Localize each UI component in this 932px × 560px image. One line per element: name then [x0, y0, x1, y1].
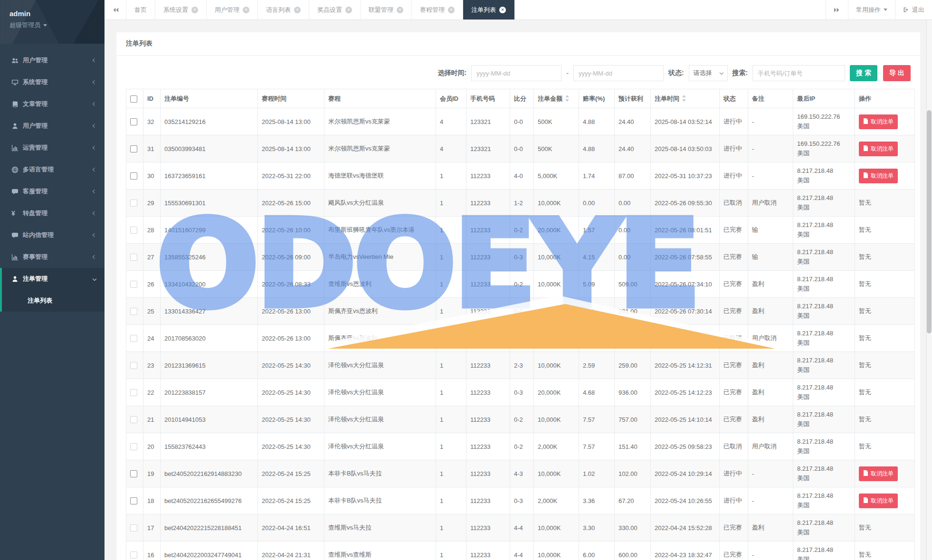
cell-id: 32: [143, 108, 161, 135]
cell-ip: 8.217.218.48美国: [793, 162, 855, 190]
row-checkbox[interactable]: [130, 281, 137, 288]
cell-remark: 盈利: [748, 379, 793, 406]
cell-id: 29: [143, 190, 161, 217]
cell-member-id: 1: [436, 460, 466, 487]
row-checkbox[interactable]: [130, 199, 137, 207]
sidebar-item-5[interactable]: 多语言管理: [0, 159, 105, 180]
cancel-order-button[interactable]: 取消注单: [859, 466, 898, 481]
cell-action: 暂无: [855, 514, 915, 541]
sidebar-item-9[interactable]: 赛事管理: [0, 246, 105, 268]
cell-ip: 8.217.218.48美国: [793, 217, 855, 244]
cell-match: 泽伦顿vs大分红温泉: [324, 433, 436, 460]
tab-1[interactable]: 系统设置×: [155, 0, 207, 19]
cell-amount: 2,000K: [534, 433, 579, 460]
sidebar-item-1[interactable]: 系统管理: [0, 71, 105, 93]
role-dropdown[interactable]: 超级管理员: [10, 21, 95, 29]
doc-icon: [863, 470, 868, 477]
row-checkbox[interactable]: [130, 118, 137, 125]
row-checkbox[interactable]: [130, 362, 137, 369]
tab-2[interactable]: 用户管理×: [207, 0, 258, 19]
sidebar-item-6[interactable]: 客服管理: [0, 180, 105, 202]
date-from-input[interactable]: [471, 65, 561, 81]
row-checkbox[interactable]: [130, 335, 137, 342]
cell-profit: 600.00: [615, 541, 651, 560]
sidebar-item-2[interactable]: 文章管理: [0, 93, 105, 115]
select-all-checkbox[interactable]: [130, 95, 137, 103]
user-icon: [11, 123, 23, 130]
tab-close-icon[interactable]: ×: [499, 7, 506, 13]
tab-4[interactable]: 奖品设置×: [309, 0, 361, 19]
logout-button[interactable]: 退出: [895, 0, 932, 19]
cell-phone: 112233: [466, 433, 510, 460]
tab-close-icon[interactable]: ×: [243, 7, 249, 13]
sidebar-item-4[interactable]: 运营管理: [0, 137, 105, 159]
cell-member-id: 1: [436, 487, 466, 514]
row-checkbox[interactable]: [130, 443, 137, 450]
sidebar-subitem-order-list[interactable]: 注单列表: [2, 290, 105, 312]
cell-order-no: 140151607299: [161, 217, 258, 244]
cell-match-time: 2022-05-26 13:00: [258, 325, 324, 352]
column-header: 预计获利: [615, 89, 651, 108]
tab-close-icon[interactable]: ×: [448, 7, 455, 13]
row-checkbox[interactable]: [130, 172, 137, 180]
table-row: 17bet240420222152281884512022-04-24 16:5…: [126, 514, 915, 541]
scroll-tabs-left-button[interactable]: [105, 0, 126, 19]
export-button[interactable]: 导 出: [883, 65, 911, 81]
row-checkbox[interactable]: [130, 308, 137, 315]
cell-profit: 936.00: [615, 379, 651, 406]
tab-close-icon[interactable]: ×: [191, 7, 198, 13]
row-checkbox[interactable]: [130, 227, 137, 234]
cancel-order-button[interactable]: 取消注单: [859, 114, 898, 129]
sidebar-item-0[interactable]: 用户管理: [0, 49, 105, 71]
tab-0[interactable]: 首页: [126, 0, 155, 19]
column-header: 最后IP: [793, 89, 855, 108]
sidebar-item-orders[interactable]: 注单管理: [2, 268, 105, 290]
search-input[interactable]: [752, 65, 845, 81]
row-checkbox[interactable]: [130, 470, 137, 477]
tab-7[interactable]: 注单列表×: [463, 0, 514, 19]
common-actions-dropdown[interactable]: 常用操作: [848, 0, 895, 19]
row-checkbox[interactable]: [130, 254, 137, 261]
column-header[interactable]: 注单金额: [534, 89, 579, 108]
sort-icon[interactable]: [565, 95, 569, 102]
cancel-order-button[interactable]: 取消注单: [859, 169, 898, 183]
cell-score: 0-2: [510, 325, 534, 352]
sidebar-item-8[interactable]: 站内信管理: [0, 224, 105, 246]
row-checkbox[interactable]: [130, 551, 137, 559]
tab-close-icon[interactable]: ×: [345, 7, 352, 13]
search-button[interactable]: 搜 索: [850, 65, 877, 81]
sort-icon[interactable]: [682, 95, 686, 102]
tab-close-icon[interactable]: ×: [397, 7, 403, 13]
tab-3[interactable]: 语言列表×: [258, 0, 309, 19]
row-checkbox[interactable]: [130, 416, 137, 423]
doc-icon: [863, 145, 868, 152]
scroll-tabs-right-button[interactable]: [826, 0, 848, 19]
scrollbar-thumb[interactable]: [927, 110, 932, 333]
column-header: 赛程: [324, 89, 436, 108]
cancel-order-button[interactable]: 取消注单: [859, 142, 898, 156]
sidebar-item-3[interactable]: 用户管理: [0, 115, 105, 137]
date-to-input[interactable]: [573, 65, 664, 81]
cell-match-time: 2022-05-26 09:00: [258, 244, 324, 271]
cell-match-time: 2022-05-24 15:25: [258, 487, 324, 514]
row-checkbox[interactable]: [130, 145, 137, 152]
row-checkbox[interactable]: [130, 497, 137, 504]
row-checkbox[interactable]: [130, 389, 137, 396]
tab-5[interactable]: 联盟管理×: [361, 0, 412, 19]
cell-status: 进行中: [720, 487, 748, 514]
cell-order-no: 155823762443: [161, 433, 258, 460]
tab-6[interactable]: 赛程管理×: [412, 0, 463, 19]
column-header[interactable]: 注单时间: [651, 89, 720, 108]
cancel-order-button[interactable]: 取消注单: [859, 494, 898, 508]
cell-amount: 10,000K: [534, 271, 579, 298]
cell-action: 暂无: [855, 244, 915, 271]
cell-profit: 757.00: [615, 406, 651, 433]
table-body: 320352141292162025-08-14 13:00米尔顿凯恩斯vs克莱…: [126, 108, 915, 560]
cell-match-time: 2025-08-14 13:00: [258, 135, 324, 162]
vertical-scrollbar[interactable]: [926, 20, 932, 560]
status-select[interactable]: 请选择: [689, 65, 728, 81]
row-checkbox[interactable]: [130, 524, 137, 532]
tab-close-icon[interactable]: ×: [294, 7, 301, 13]
chart-icon: [11, 254, 23, 261]
sidebar-item-7[interactable]: ¥转盘管理: [0, 202, 105, 224]
